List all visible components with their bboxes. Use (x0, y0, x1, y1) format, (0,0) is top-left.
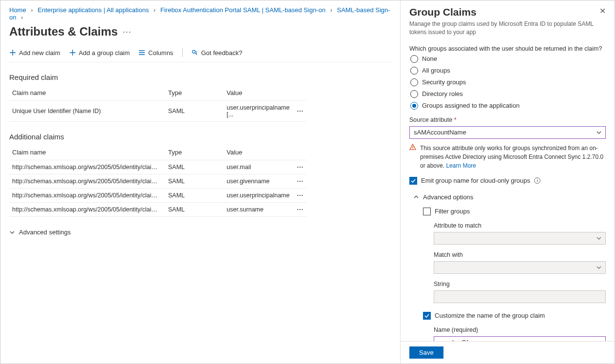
col-value: Value (224, 85, 294, 101)
add-new-claim-label: Add new claim (19, 49, 60, 57)
radio-icon (410, 102, 418, 110)
feedback-label: Got feedback? (201, 49, 243, 57)
group-claims-panel: Group Claims ✕ Manage the group claims u… (400, 0, 615, 364)
row-actions-icon[interactable]: ··· (294, 174, 307, 189)
col-name: Claim name (9, 85, 165, 101)
additional-claims-heading: Additional claims (9, 133, 391, 141)
radio-icon (410, 78, 418, 86)
radio-icon (410, 55, 418, 63)
learn-more-link[interactable]: Learn More (446, 162, 476, 169)
radio-option[interactable]: Security groups (410, 78, 606, 86)
advanced-settings-label: Advanced settings (19, 229, 71, 236)
row-actions-icon[interactable]: ··· (294, 189, 307, 203)
chevron-right-icon: › (330, 6, 332, 14)
source-attribute-label: Source attribute * (409, 116, 606, 123)
close-icon[interactable]: ✕ (599, 6, 606, 16)
required-claim-heading: Required claim (9, 73, 391, 81)
chevron-down-icon (596, 236, 601, 241)
plus-icon (9, 49, 16, 56)
filter-groups-checkbox[interactable]: Filter groups (423, 208, 606, 215)
emit-group-name-checkbox[interactable]: Emit group name for cloud-only groups i (409, 177, 606, 185)
emit-group-name-label: Emit group name for cloud-only groups (421, 177, 530, 184)
col-type: Type (165, 145, 224, 160)
claim-type: SAML (165, 203, 224, 217)
svg-point-0 (192, 50, 195, 53)
radio-label: Security groups (422, 78, 466, 86)
separator (182, 48, 183, 57)
radio-option[interactable]: Groups assigned to the application (410, 102, 606, 110)
claim-value: user.givenname (224, 174, 294, 189)
claim-name: http://schemas.xmlsoap.org/ws/2005/05/id… (9, 203, 165, 217)
table-row[interactable]: http://schemas.xmlsoap.org/ws/2005/05/id… (9, 189, 307, 203)
claim-type: SAML (165, 189, 224, 203)
feedback-button[interactable]: Got feedback? (192, 49, 243, 57)
claim-name: http://schemas.xmlsoap.org/ws/2005/05/id… (9, 174, 165, 189)
string-input[interactable] (434, 290, 606, 303)
claim-value: user.userprincipalname [... (224, 101, 294, 122)
more-actions-icon[interactable]: ··· (123, 27, 132, 37)
row-actions-icon[interactable]: ··· (294, 203, 307, 217)
table-row[interactable]: http://schemas.xmlsoap.org/ws/2005/05/id… (9, 203, 307, 217)
attribute-to-match-select[interactable] (434, 232, 606, 245)
radio-icon (410, 67, 418, 75)
chevron-up-icon (413, 194, 419, 200)
radio-label: Groups assigned to the application (422, 102, 519, 109)
claim-type: SAML (165, 101, 224, 122)
svg-point-1 (412, 148, 413, 149)
feedback-icon (192, 49, 198, 56)
table-row[interactable]: http://schemas.xmlsoap.org/ws/2005/05/id… (9, 174, 307, 189)
claim-value: user.mail (224, 160, 294, 174)
customize-name-label: Customize the name of the group claim (435, 312, 545, 319)
filter-groups-label: Filter groups (435, 208, 470, 215)
advanced-options-toggle[interactable]: Advanced options (413, 193, 606, 201)
radio-option[interactable]: Directory roles (410, 90, 606, 98)
row-actions-icon[interactable]: ··· (294, 160, 307, 174)
chevron-down-icon (596, 265, 601, 270)
match-with-label: Match with (434, 251, 606, 258)
chevron-right-icon: › (154, 6, 155, 14)
add-group-claim-label: Add a group claim (79, 49, 130, 57)
groups-radio-group: None All groups Security groups Director… (409, 55, 606, 110)
columns-button[interactable]: Columns (138, 49, 173, 57)
advanced-settings-toggle[interactable]: Advanced settings (9, 229, 391, 236)
columns-label: Columns (148, 49, 173, 57)
chevron-down-icon (596, 130, 601, 135)
radio-label: Directory roles (422, 90, 463, 97)
col-name: Claim name (9, 145, 165, 160)
panel-description: Manage the group claims used by Microsof… (409, 20, 606, 37)
row-actions-icon[interactable]: ··· (294, 101, 307, 122)
radio-option[interactable]: All groups (410, 67, 606, 75)
info-icon[interactable]: i (534, 177, 540, 184)
customize-name-checkbox[interactable]: Customize the name of the group claim (423, 312, 606, 320)
claim-type: SAML (165, 160, 224, 174)
columns-icon (138, 49, 145, 56)
radio-label: All groups (422, 67, 450, 74)
breadcrumb-item[interactable]: Home (9, 6, 26, 14)
claim-value: user.userprincipalname (224, 189, 294, 203)
breadcrumb-item[interactable]: Firebox Authentication Portal SAML | SAM… (160, 6, 326, 14)
chevron-right-icon: › (21, 14, 23, 21)
checkbox-icon (423, 208, 431, 215)
add-group-claim-button[interactable]: Add a group claim (69, 49, 130, 57)
table-row[interactable]: Unique User Identifier (Name ID) SAML us… (9, 101, 307, 122)
chevron-right-icon: › (31, 6, 33, 14)
source-attribute-select[interactable]: sAMAccountName (409, 126, 606, 139)
warning-text: This source attribute only works for gro… (420, 144, 606, 170)
radio-label: None (422, 55, 437, 62)
name-field-input[interactable]: memberOf (434, 336, 606, 341)
breadcrumb-item[interactable]: Enterprise applications | All applicatio… (38, 6, 149, 14)
table-row[interactable]: http://schemas.xmlsoap.org/ws/2005/05/id… (9, 160, 307, 174)
claim-name: Unique User Identifier (Name ID) (9, 101, 165, 122)
claim-value: user.surname (224, 203, 294, 217)
add-new-claim-button[interactable]: Add new claim (9, 49, 60, 57)
claim-type: SAML (165, 174, 224, 189)
radio-icon (410, 90, 418, 98)
match-with-select[interactable] (434, 261, 606, 274)
panel-title: Group Claims (409, 6, 477, 18)
chevron-down-icon (9, 230, 15, 235)
radio-option[interactable]: None (410, 55, 606, 63)
save-button[interactable]: Save (409, 346, 443, 359)
col-value: Value (224, 145, 294, 160)
name-field-label: Name (required) (434, 326, 606, 333)
checkbox-icon (423, 312, 431, 320)
